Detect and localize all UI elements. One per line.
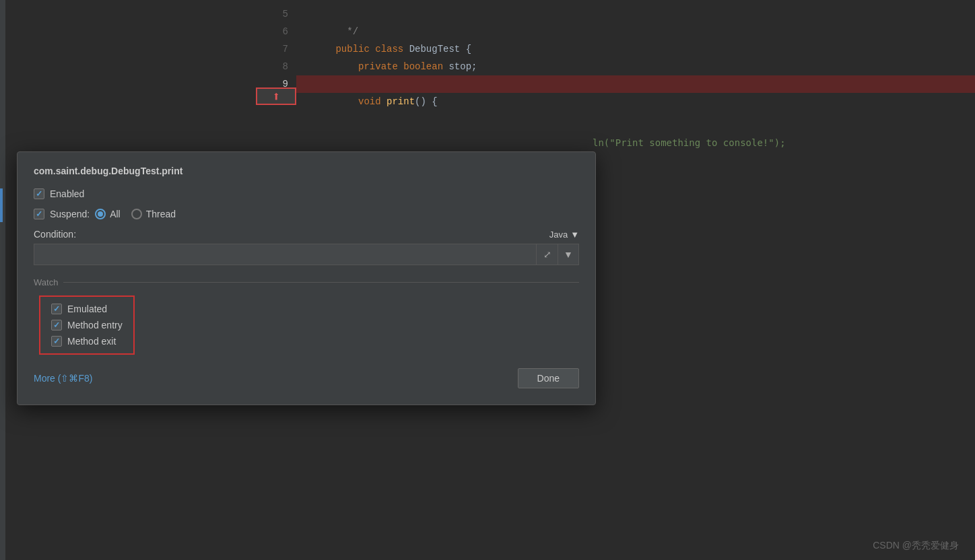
emulated-label: Emulated — [67, 304, 107, 314]
condition-input-row: ⤢ ▼ — [34, 244, 579, 265]
emulated-row[interactable]: Emulated — [51, 304, 123, 314]
active-indicator — [0, 188, 3, 222]
dropdown-icon: ▼ — [564, 249, 573, 260]
java-badge[interactable]: Java ▼ — [549, 230, 579, 240]
watch-options-box: Emulated Method entry Method exit — [39, 295, 135, 355]
watch-title: Watch — [34, 277, 58, 287]
watch-section: Watch Emulated Method entry Method exit — [34, 277, 579, 355]
suspend-checkbox[interactable] — [34, 209, 44, 219]
code-token: private — [358, 61, 403, 72]
suspend-all-radio[interactable] — [95, 209, 106, 219]
method-entry-row[interactable]: Method entry — [51, 320, 123, 330]
line-num-7: 7 — [256, 40, 296, 58]
condition-label: Condition: — [34, 229, 76, 240]
watermark: CSDN @秃秃爱健身 — [873, 540, 959, 552]
method-entry-label: Method entry — [67, 320, 123, 330]
method-exit-row[interactable]: Method exit — [51, 336, 123, 347]
suspend-all-label: All — [110, 209, 121, 219]
java-badge-text: Java — [549, 230, 568, 240]
code-token — [335, 114, 380, 125]
code-token: boolean — [403, 61, 448, 72]
breakpoint-diamond-icon: ⬆ — [272, 88, 280, 105]
code-token: class — [375, 44, 409, 55]
code-token: () { — [415, 96, 438, 107]
left-sidebar — [0, 0, 5, 560]
condition-dropdown-button[interactable]: ▼ — [558, 244, 579, 265]
condition-input[interactable] — [34, 244, 536, 265]
emulated-checkbox[interactable] — [51, 304, 62, 314]
enabled-row: Enabled — [34, 188, 579, 199]
code-token: print — [386, 96, 415, 107]
suspend-thread-radio[interactable] — [131, 209, 142, 219]
suspend-label: Suspend: — [50, 209, 90, 219]
enabled-label: Enabled — [50, 188, 84, 199]
code-token: stop; — [448, 61, 477, 72]
code-line-6: public class DebugTest { — [296, 23, 975, 40]
partial-code-right: ln("Print something to console!"); — [593, 137, 786, 148]
code-line-9: void print() { — [296, 75, 975, 93]
suspend-checkbox-label[interactable]: Suspend: — [34, 209, 90, 219]
code-token — [335, 96, 358, 107]
method-exit-label: Method exit — [67, 336, 116, 347]
enabled-checkbox[interactable] — [34, 188, 44, 199]
popup-footer: More (⇧⌘F8) Done — [34, 368, 579, 388]
suspend-thread-label: Thread — [146, 209, 176, 219]
java-dropdown-icon: ▼ — [570, 230, 579, 240]
suspend-row: Suspend: All Thread — [34, 209, 579, 219]
condition-row: Condition: Java ▼ ⤢ ▼ — [34, 229, 579, 265]
code-token — [335, 61, 358, 72]
method-entry-checkbox[interactable] — [51, 320, 62, 330]
line-num-5: 5 — [256, 5, 296, 23]
code-token: */ — [335, 26, 358, 37]
condition-label-row: Condition: Java ▼ — [34, 229, 579, 240]
more-link[interactable]: More (⇧⌘F8) — [34, 373, 92, 384]
done-button[interactable]: Done — [518, 368, 579, 388]
line-num-6: 6 — [256, 23, 296, 40]
expand-button[interactable]: ⤢ — [536, 244, 558, 265]
line-num-8: 8 — [256, 58, 296, 75]
suspend-thread-option[interactable]: Thread — [131, 209, 176, 219]
watch-header: Watch — [34, 277, 579, 287]
method-exit-checkbox[interactable] — [51, 336, 62, 347]
expand-icon: ⤢ — [543, 249, 551, 260]
suspend-all-option[interactable]: All — [95, 209, 121, 219]
code-token: DebugTest { — [409, 44, 471, 55]
breakpoint-marker[interactable]: ⬆ — [256, 88, 296, 105]
code-token: public — [335, 44, 375, 55]
code-line-5: */ — [296, 5, 975, 23]
breakpoint-popup: com.saint.debug.DebugTest.print Enabled … — [17, 151, 596, 405]
watch-separator — [63, 282, 579, 283]
suspend-radio-group: All Thread — [95, 209, 176, 219]
popup-title: com.saint.debug.DebugTest.print — [34, 166, 579, 176]
code-token: void — [358, 96, 386, 107]
enabled-checkbox-label[interactable]: Enabled — [34, 188, 84, 199]
